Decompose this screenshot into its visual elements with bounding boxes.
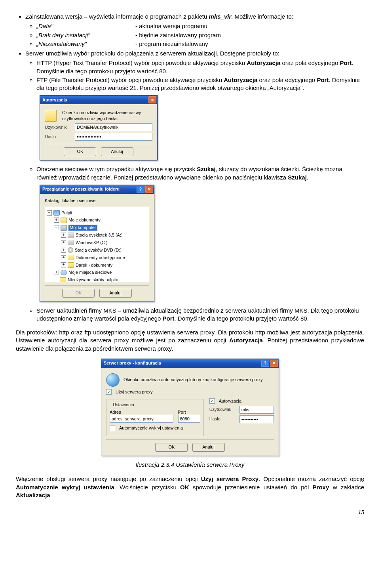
folder-icon [68,262,74,268]
li-server-proto: Serwer umożliwia wybór protokołu do połą… [25,50,364,92]
bold: Autoryzacja [224,76,257,83]
tree-item-unused[interactable]: Nieużywane skróty pulpitu [68,277,118,282]
help-icon[interactable]: ? [137,186,144,193]
titlebar[interactable]: Przeglądanie w poszukiwaniu folderu ? ✕ [40,185,154,194]
auth-dialog: Autoryzacja ✕ Okienko umożliwia wprowadz… [40,95,158,160]
text: Otoczenie sieciowe w tym przypadku aktyw… [36,166,197,172]
address-input[interactable]: adres_serwera_proxy [110,415,173,423]
title: Przeglądanie w poszukiwaniu folderu [42,186,137,192]
tree-item-d[interactable]: Stacja dysków DVD (D:) [75,247,122,253]
key-icon [45,110,57,122]
checkbox-useproxy[interactable]: ✓ [106,389,112,395]
bold: Autoryzacja [229,337,263,344]
titlebar[interactable]: Autoryzacja ✕ [40,95,157,104]
bold: OK [180,484,189,491]
tree-item-network[interactable]: Moje miejsca sieciowe [68,269,112,275]
text: oraz pola edycyjnego [257,76,317,83]
netneigh-list: Otoczenie sieciowe w tym przypadku aktyw… [16,165,364,181]
bold: Port [340,59,352,66]
checkbox-auth[interactable]: ✓ [209,398,215,404]
text: Zainstalowana wersja – wyświetla informa… [25,13,209,20]
tree-item-darek[interactable]: Darek - dokumenty [76,262,112,268]
checkbox-auto[interactable] [110,426,115,431]
network-icon [61,270,67,275]
password-label: Hasło [209,416,237,422]
tree-item-mycomputer[interactable]: Mój komputer [68,225,97,231]
titlebar[interactable]: Serwer proxy - konfiguracja ? ✕ [101,359,279,368]
port-input[interactable]: 8080 [178,415,200,423]
dialog-text: Okienko umożliwia automatyczną lub ręczn… [124,377,264,383]
password-input[interactable]: •••••••••••••••• [75,133,152,141]
desc: - aktualna wersja programu [135,22,207,30]
text: oraz pola edycyjnego [280,59,340,66]
li-netneigh: Otoczenie sieciowe w tym przypadku aktyw… [36,165,364,181]
title: Autoryzacja [42,97,148,103]
cancel-button[interactable]: Anuluj [192,443,225,452]
tree-item-desktop[interactable]: Pulpit [61,210,72,216]
ok-button[interactable]: OK [62,289,95,298]
cancel-button[interactable]: Anuluj [99,289,132,298]
tree-item-floppy[interactable]: Stacja dyskietek 3,5 (A:) [76,232,123,238]
bold: Aktualizacja [16,492,50,498]
title: Serwer proxy - konfiguracja [104,360,261,366]
user-label: Użytkownik [209,407,237,412]
floppy-icon [68,233,74,238]
text: Serwer umożliwia wybór protokołu do połą… [25,50,279,57]
tree-item-mydocs[interactable]: Moje dokumenty [68,217,101,223]
proto-ftp: FTP (File Transfer Protocol) wybór opcji… [36,76,364,92]
close-icon[interactable]: ✕ [145,186,153,193]
computer-icon [61,225,67,231]
close-icon[interactable]: ✕ [148,96,156,103]
bold: Autoryzacja [247,59,280,66]
info-item: „Niezainstalowany" - program niezainstal… [36,40,364,48]
bold: Użyj serwera Proxy [201,475,259,482]
ok-button[interactable]: OK [155,443,188,452]
figure-caption: Ilustracja 2.3.4 Ustawienia serwera Prox… [16,461,364,469]
text: w zakładce [329,484,364,491]
bold: Automatycznie wykryj ustawienia [16,484,114,491]
settings-fieldset: Ustawienia Adres adres_serwera_proxy Por… [106,399,204,437]
li-versions: Zainstalowana wersja – wyświetla informa… [25,13,364,48]
port-label: Port [178,409,200,415]
browse-dialog: Przeglądanie w poszukiwaniu folderu ? ✕ … [40,185,154,302]
bold: Szukaj [288,174,307,181]
proto-http: HTTP (Hyper Text Transfer Protocol) wybó… [36,59,364,75]
help-icon[interactable]: ? [261,360,269,367]
term: „Data" [36,23,53,29]
folder-icon [61,218,67,223]
text: spowoduje przeniesienie ustawień do pól [189,484,313,491]
use-proxy-label: Użyj serwera proxy [116,389,153,395]
proxy-dialog: Serwer proxy - konfiguracja ? ✕ Okienko … [101,359,279,456]
hdd-icon [68,240,74,245]
folder-tree[interactable]: −Pulpit +Moje dokumenty −Mój komputer +S… [45,207,149,282]
tree-item-c[interactable]: WindowsXP (C:) [76,240,107,246]
info-item: „Data" - aktualna wersja programu [36,22,364,30]
tree-item-shared[interactable]: Dokumenty udostępnione [76,255,125,261]
cancel-button[interactable]: Anuluj [101,147,133,156]
legend-settings: Ustawienia [111,402,136,408]
bold: Port [163,315,175,322]
address-label: Adres [110,409,173,415]
dialog-subtitle: Katalogi lokalne i sieciowe [45,198,149,204]
desc: - błędnie zainstalowany program [135,31,221,39]
folder-icon [60,277,66,282]
folder-icon [68,255,74,260]
li-mks-server: Serwer uaktualnień firmy MKS – umożliwia… [36,307,364,323]
globe-icon [106,373,120,387]
user-input[interactable]: mks [239,406,274,414]
proxy-paragraph: Dla protokołów: http oraz ftp udostępnio… [16,328,364,353]
protocol-list: HTTP (Hyper Text Transfer Protocol) wybó… [25,59,364,92]
password-label: Hasło [45,134,72,140]
password-input[interactable]: ••••••••••• [239,415,274,423]
mks-list: Serwer uaktualnień firmy MKS – umożliwia… [16,307,364,323]
auto-detect-label: Automatycznie wykryj ustawienia [119,425,183,431]
text: . Wciśnięcie przycisku [114,484,180,491]
user-input[interactable]: DOMENA\użytkownik [75,123,152,131]
text: HTTP (Hyper Text Transfer Protocol) wybó… [36,59,247,66]
text: . Domyślnie dla tego protokołu przyjęto … [175,315,309,322]
close-icon[interactable]: ✕ [270,360,278,367]
main-list: Zainstalowana wersja – wyświetla informa… [16,13,364,92]
text: FTP (File Transfer Protocol) wybór opcji… [36,76,224,83]
ok-button[interactable]: OK [64,147,96,156]
text: . [307,174,308,181]
